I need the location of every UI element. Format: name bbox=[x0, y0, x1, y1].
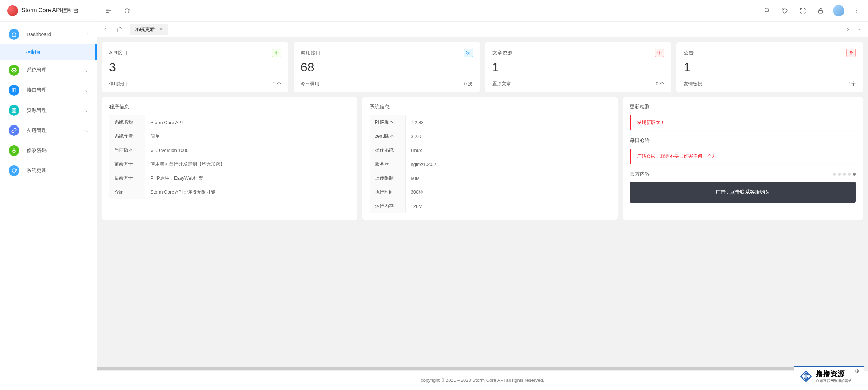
stat-foot-value: 0 个 bbox=[273, 81, 281, 87]
tab-bar: 系统更新 ✕ bbox=[97, 22, 868, 37]
svg-rect-3 bbox=[12, 109, 14, 110]
sidebar-item-label: Dashboard bbox=[27, 32, 85, 37]
svg-point-15 bbox=[856, 10, 857, 11]
tab-dropdown-button[interactable] bbox=[854, 24, 865, 35]
stat-foot-label: 今日调用 bbox=[301, 81, 319, 87]
stat-foot-label: 停用接口 bbox=[109, 81, 128, 87]
dot-icon[interactable] bbox=[833, 173, 836, 176]
chevron-up-icon: ⌵ bbox=[85, 32, 88, 37]
chevron-down-icon: ⌵ bbox=[85, 68, 88, 73]
svg-point-16 bbox=[856, 12, 857, 13]
stat-foot-value: 1个 bbox=[849, 81, 856, 87]
system-info-table: PHP版本7.2.33 zend版本3.2.0 操作系统Linux 服务器ngi… bbox=[370, 115, 611, 213]
lock-icon bbox=[9, 145, 19, 156]
app-logo-icon bbox=[7, 5, 18, 16]
stat-title: 调用接口 bbox=[301, 50, 321, 56]
dot-icon[interactable] bbox=[848, 173, 851, 176]
update-icon bbox=[9, 165, 19, 176]
stat-value: 1 bbox=[684, 61, 856, 74]
sidebar-item-change-password[interactable]: 修改密码 bbox=[0, 141, 97, 161]
card-title: 更新检测 bbox=[630, 104, 856, 110]
theme-icon[interactable] bbox=[761, 5, 773, 16]
svg-rect-4 bbox=[14, 109, 16, 110]
stat-title: API接口 bbox=[109, 50, 127, 56]
sidebar-item-api-manage[interactable]: 接口管理 ⌵ bbox=[0, 80, 97, 100]
quote-text: 广结众缘，就是不要去伤害任何一个人 bbox=[637, 153, 716, 159]
sidebar-item-console[interactable]: 控制台 bbox=[0, 44, 97, 60]
sidebar-item-label: 友链管理 bbox=[27, 127, 85, 134]
program-info-table: 系统名称Storm Core API 系统作者简单 当前版本V1.0 Versi… bbox=[109, 115, 350, 199]
fullscreen-button[interactable] bbox=[797, 5, 808, 16]
sidebar-item-label: 资源管理 bbox=[27, 107, 85, 114]
logo-area[interactable]: Storm Core API控制台 bbox=[0, 0, 97, 22]
dot-icon[interactable] bbox=[838, 173, 841, 176]
stat-badge: 次 bbox=[464, 49, 473, 57]
daily-quote-box: 广结众缘，就是不要去伤害任何一个人 bbox=[630, 149, 856, 164]
stat-title: 公告 bbox=[684, 50, 694, 56]
stat-foot-value: 0 次 bbox=[464, 81, 473, 87]
sidebar-item-label: 修改密码 bbox=[27, 147, 88, 154]
close-icon[interactable]: ✕ bbox=[159, 27, 163, 32]
program-info-card: 程序信息 系统名称Storm Core API 系统作者简单 当前版本V1.0 … bbox=[102, 97, 357, 220]
sidebar-item-system-update[interactable]: 系统更新 bbox=[0, 161, 97, 181]
stat-title: 文章资源 bbox=[492, 50, 512, 56]
scrollbar-thumb[interactable] bbox=[97, 367, 830, 370]
svg-point-14 bbox=[856, 8, 857, 9]
copyright-text: copyright © 2021～2023 Storm Core API all… bbox=[421, 377, 544, 383]
update-alert: 发现新版本！ bbox=[630, 115, 856, 130]
table-row: 上传限制50M bbox=[370, 171, 610, 185]
menu-toggle-button[interactable] bbox=[103, 5, 114, 16]
stat-card-articles: 文章资源 个 1 置顶文章 0 个 bbox=[485, 42, 672, 92]
tab-system-update[interactable]: 系统更新 ✕ bbox=[130, 24, 168, 35]
table-row: 介绍Storm Core API：连接无限可能 bbox=[109, 185, 350, 199]
tab-home[interactable] bbox=[113, 24, 127, 35]
stat-foot-value: 0 个 bbox=[656, 81, 664, 87]
table-row: zend版本3.2.0 bbox=[370, 129, 610, 143]
more-button[interactable] bbox=[851, 5, 862, 16]
dot-icon[interactable] bbox=[853, 173, 856, 176]
sidebar-item-label: 接口管理 bbox=[27, 87, 85, 94]
card-title: 系统信息 bbox=[370, 104, 611, 110]
svg-rect-6 bbox=[14, 111, 16, 112]
table-row: PHP版本7.2.33 bbox=[370, 115, 610, 129]
watermark-logo-icon bbox=[799, 370, 812, 383]
stat-badge: 个 bbox=[655, 49, 664, 57]
sidebar-item-dashboard[interactable]: Dashboard ⌵ bbox=[0, 24, 97, 44]
tab-prev-button[interactable] bbox=[100, 24, 111, 35]
info-row: 程序信息 系统名称Storm Core API 系统作者简单 当前版本V1.0 … bbox=[102, 97, 863, 220]
horizontal-scrollbar[interactable] bbox=[97, 367, 868, 370]
svg-point-0 bbox=[13, 70, 15, 71]
system-info-card: 系统信息 PHP版本7.2.33 zend版本3.2.0 操作系统Linux 服… bbox=[362, 97, 618, 220]
stat-row: API接口 个 3 停用接口 0 个 调用接口 次 68 bbox=[102, 42, 863, 92]
tab-next-button[interactable] bbox=[842, 24, 854, 35]
table-row: 执行时间300秒 bbox=[370, 185, 610, 199]
link-icon bbox=[9, 125, 19, 136]
svg-rect-7 bbox=[13, 150, 15, 152]
sidebar-item-links-manage[interactable]: 友链管理 ⌵ bbox=[0, 120, 97, 141]
lock-button[interactable] bbox=[815, 5, 826, 16]
svg-rect-13 bbox=[819, 10, 823, 13]
sidebar-item-system-manage[interactable]: 系统管理 ⌵ bbox=[0, 60, 97, 80]
user-avatar[interactable] bbox=[833, 5, 844, 16]
carousel-dots[interactable] bbox=[833, 173, 856, 176]
header bbox=[97, 0, 868, 22]
gear-icon bbox=[9, 65, 19, 76]
stat-card-calls: 调用接口 次 68 今日调用 0 次 bbox=[294, 42, 480, 92]
chevron-down-icon: ⌵ bbox=[85, 88, 88, 93]
resource-icon bbox=[9, 105, 19, 116]
refresh-button[interactable] bbox=[121, 5, 133, 16]
watermark-subtitle: 白嫖互联网资源的网站 bbox=[816, 379, 852, 384]
sidebar-item-resource-manage[interactable]: 资源管理 ⌵ bbox=[0, 100, 97, 120]
sidebar-item-label: 系统管理 bbox=[27, 67, 85, 73]
ad-text: 广告 : 点击联系客服购买 bbox=[715, 189, 770, 195]
sidebar-item-label: 控制台 bbox=[26, 49, 88, 56]
card-title: 程序信息 bbox=[109, 104, 350, 110]
stat-foot-label: 置顶文章 bbox=[492, 81, 511, 87]
card-title: 每日心语 bbox=[630, 137, 856, 144]
main-area: 系统更新 ✕ API接口 个 3 bbox=[97, 0, 868, 390]
ad-banner[interactable]: 广告 : 点击联系客服购买 bbox=[630, 182, 856, 203]
table-row: 后端基于PHP原生，EasyWeb框架 bbox=[109, 171, 350, 185]
dot-icon[interactable] bbox=[843, 173, 846, 176]
tag-icon[interactable] bbox=[779, 5, 790, 16]
watermark-title: 撸撸资源 bbox=[816, 369, 852, 379]
